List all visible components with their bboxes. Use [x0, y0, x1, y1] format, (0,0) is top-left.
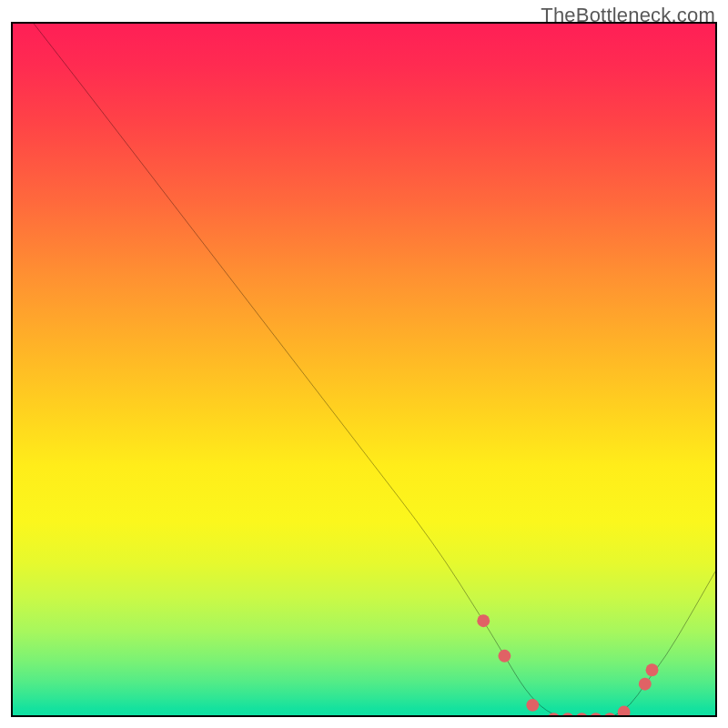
- chart-container: TheBottleneck.com: [0, 0, 728, 728]
- highlight-dot: [526, 699, 539, 712]
- highlight-dot: [618, 706, 631, 717]
- highlight-dot: [639, 678, 652, 691]
- highlight-dot: [575, 713, 588, 717]
- main-curve: [34, 24, 715, 717]
- plot-frame: [11, 22, 717, 717]
- highlight-dot: [561, 713, 574, 717]
- highlight-dots: [477, 614, 658, 717]
- watermark-label: TheBottleneck.com: [541, 4, 715, 27]
- highlight-dot: [498, 650, 511, 662]
- highlight-dot: [603, 713, 616, 717]
- curve-overlay: [13, 24, 715, 717]
- highlight-dot: [477, 614, 490, 627]
- highlight-dot: [547, 713, 560, 717]
- highlight-dot: [646, 663, 659, 676]
- highlight-dot: [590, 713, 602, 717]
